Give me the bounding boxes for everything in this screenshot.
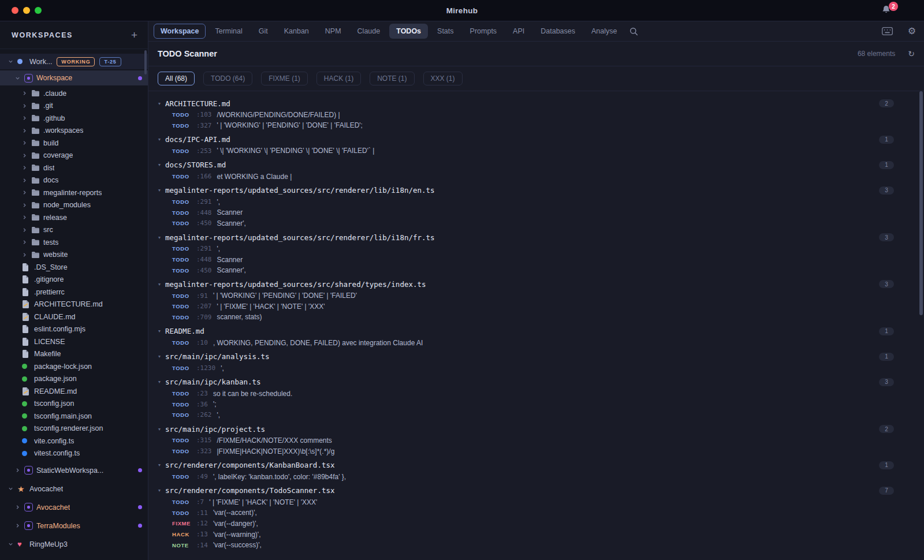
chevron-right-icon[interactable] [22, 140, 31, 145]
tree-item-architecture-md[interactable]: ARCHITECTURE.md [0, 298, 148, 311]
chevron-right-icon[interactable] [15, 505, 24, 510]
tree-item-claude[interactable]: .claude [0, 87, 148, 100]
chevron-right-icon[interactable] [22, 240, 31, 245]
collapse-triangle-icon[interactable]: ▾ [158, 188, 165, 193]
chevron-down-icon[interactable] [8, 486, 17, 491]
filter-all-68[interactable]: All (68) [158, 72, 195, 85]
filter-todo-64[interactable]: TODO (64) [203, 72, 252, 85]
collapse-triangle-icon[interactable]: ▾ [158, 235, 165, 240]
tree-item-workspace[interactable]: Workspace [0, 70, 148, 85]
tree-item-package-json[interactable]: package.json [0, 373, 148, 386]
tree-item-tsconfig-json[interactable]: tsconfig.json [0, 398, 148, 410]
todo-file-header[interactable]: ▾src/renderer/components/TodoScanner.tsx… [158, 484, 894, 496]
chevron-right-icon[interactable] [22, 190, 31, 195]
todo-entry[interactable]: TODO:11'var(--accent)', [158, 507, 894, 518]
collapse-triangle-icon[interactable]: ▾ [158, 488, 165, 493]
todo-entry[interactable]: TODO:91' | 'WORKING' | 'PENDING' | 'DONE… [158, 290, 894, 301]
todo-entry[interactable]: TODO:291', [158, 244, 894, 255]
chevron-right-icon[interactable] [22, 203, 31, 208]
tree-item-gitignore[interactable]: .gitignore [0, 274, 148, 286]
tree-item-node-modules[interactable]: node_modules [0, 199, 148, 212]
filter-hack-1[interactable]: HACK (1) [316, 72, 361, 85]
add-workspace-button[interactable]: + [131, 29, 137, 40]
todo-entry[interactable]: TODO:450Scanner', [158, 265, 894, 276]
tree-item-ds-store[interactable]: .DS_Store [0, 261, 148, 274]
tree-item-vite-config-ts[interactable]: vite.config.ts [0, 435, 148, 447]
todo-file-header[interactable]: ▾megalinter-reports/updated_sources/src/… [158, 232, 894, 244]
chevron-right-icon[interactable] [22, 215, 31, 220]
tree-item-release[interactable]: release [0, 211, 148, 224]
collapse-triangle-icon[interactable]: ▾ [158, 462, 165, 468]
tab-databases[interactable]: Databases [534, 24, 582, 39]
chevron-down-icon[interactable] [8, 59, 17, 64]
tab-workspace[interactable]: Workspace [154, 24, 206, 39]
todo-entry[interactable]: FIXME:12'var(--danger)', [158, 518, 894, 529]
tree-item-git[interactable]: .git [0, 100, 148, 113]
chevron-right-icon[interactable] [22, 178, 31, 183]
tab-terminal[interactable]: Terminal [208, 24, 249, 39]
todo-entry[interactable]: TODO:103/WORKING/PENDING/DONE/FAILED) | [158, 110, 894, 121]
tab-prompts[interactable]: Prompts [463, 24, 504, 39]
tree-item-eslint-config-mjs[interactable]: eslint.config.mjs [0, 323, 148, 336]
todo-entry[interactable]: TODO:709scanner, stats) [158, 312, 894, 323]
todo-entry[interactable]: TODO:7' | 'FIXME' | 'HACK' | 'NOTE' | 'X… [158, 496, 894, 507]
todo-entry[interactable]: TODO:207' | 'FIXME' | 'HACK' | 'NOTE' | … [158, 301, 894, 312]
todo-entry[interactable]: HACK:13'var(--warning)', [158, 529, 894, 540]
collapse-triangle-icon[interactable]: ▾ [158, 328, 165, 334]
chevron-right-icon[interactable] [22, 103, 31, 109]
chevron-right-icon[interactable] [22, 153, 31, 158]
chevron-down-icon[interactable] [15, 76, 24, 81]
filter-xxx-1[interactable]: XXX (1) [423, 72, 463, 85]
tab-npm[interactable]: NPM [318, 24, 348, 39]
tree-item-makefile[interactable]: Makefile [0, 348, 148, 361]
todo-entry[interactable]: TODO:323|FIXME|HACK|NOTE|XXX)\b[:\s]*(.*… [158, 446, 894, 457]
tree-item-vitest-config-ts[interactable]: vitest.config.ts [0, 447, 148, 460]
todo-entry[interactable]: TODO:448Scanner [158, 207, 894, 218]
tab-stats[interactable]: Stats [430, 24, 461, 39]
tree-item-work[interactable]: Work...WORKINGT-25 [0, 54, 148, 69]
tree-item-megalinter-reports[interactable]: megalinter-reports [0, 186, 148, 199]
todo-entry[interactable]: TODO:166et WORKING a Claude | [158, 171, 894, 182]
tree-item-github[interactable]: .github [0, 112, 148, 125]
chevron-right-icon[interactable] [15, 468, 24, 473]
collapse-triangle-icon[interactable]: ▾ [158, 427, 165, 432]
tree-item-dist[interactable]: dist [0, 162, 148, 174]
sidebar-scrollbar-thumb[interactable] [144, 50, 147, 74]
todo-file-header[interactable]: ▾src/main/ipc/project.ts2 [158, 423, 894, 435]
tree-item-readme-md[interactable]: README.md [0, 385, 148, 398]
todo-file-header[interactable]: ▾megalinter-reports/updated_sources/src/… [158, 278, 894, 290]
todo-file-header[interactable]: ▾src/renderer/components/KanbanBoard.tsx… [158, 459, 894, 471]
shortcuts-button[interactable] [882, 27, 893, 35]
chevron-right-icon[interactable] [22, 252, 31, 257]
tree-item-avocachet[interactable]: Avocachet [0, 499, 148, 515]
notifications-button[interactable]: 2 [881, 5, 894, 17]
todo-entry[interactable]: TODO:253' \| 'WORKING' \| 'PENDING' \| '… [158, 145, 894, 156]
collapse-triangle-icon[interactable]: ▾ [158, 379, 165, 384]
chevron-right-icon[interactable] [22, 91, 31, 96]
todo-entry[interactable]: TODO:36'; [158, 399, 894, 410]
collapse-triangle-icon[interactable]: ▾ [158, 354, 165, 359]
tree-item-package-lock-json[interactable]: package-lock.json [0, 360, 148, 373]
tree-item-terramodules[interactable]: TerraModules [0, 518, 148, 533]
todo-entry[interactable]: TODO:1230', [158, 363, 894, 374]
todo-entry[interactable]: TODO:10, WORKING, PENDING, DONE, FAILED)… [158, 337, 894, 348]
todo-entry[interactable]: TODO:23so it can be re-scheduled. [158, 388, 894, 399]
todo-file-header[interactable]: ▾src/main/ipc/analysis.ts1 [158, 350, 894, 363]
todo-entry[interactable]: TODO:291', [158, 196, 894, 207]
tab-kanban[interactable]: Kanban [277, 24, 316, 39]
todo-file-header[interactable]: ▾docs/STORES.md1 [158, 159, 894, 171]
tab-git[interactable]: Git [252, 24, 275, 39]
tree-item-workspaces[interactable]: .workspaces [0, 125, 148, 137]
collapse-triangle-icon[interactable]: ▾ [158, 137, 165, 142]
todo-entry[interactable]: TODO:448Scanner [158, 254, 894, 265]
todo-entry[interactable]: TODO:262', [158, 410, 894, 421]
tree-item-staticwebworkspa[interactable]: StaticWebWorkspa... [0, 462, 148, 478]
main-scrollbar-thumb[interactable] [919, 91, 923, 315]
settings-button[interactable]: ⚙ [908, 27, 916, 36]
tree-item-prettierrc[interactable]: .prettierrc [0, 286, 148, 298]
tree-item-website[interactable]: website [0, 249, 148, 262]
filter-note-1[interactable]: NOTE (1) [370, 72, 414, 85]
tree-item-docs[interactable]: docs [0, 174, 148, 187]
chevron-right-icon[interactable] [22, 115, 31, 121]
todo-entry[interactable]: TODO:49', labelKey: 'kanban.todo', color… [158, 471, 894, 482]
